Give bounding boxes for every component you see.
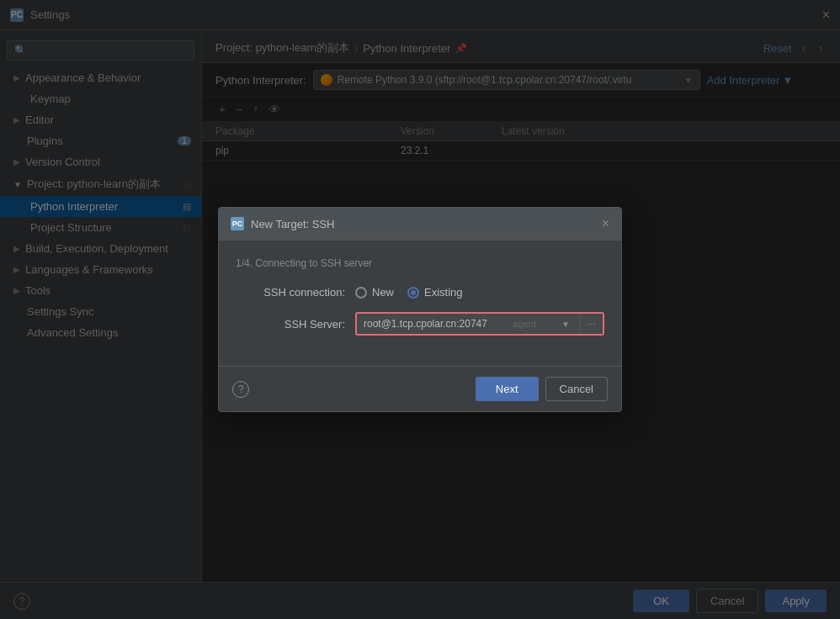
new-target-ssh-modal: PC New Target: SSH × 1/4. Connecting to … [218,207,622,412]
ssh-server-select[interactable]: root@1.tcp.cpolar.cn:20747 agent ▼ [357,314,580,334]
modal-cancel-button[interactable]: Cancel [545,377,608,401]
modal-body: 1/4. Connecting to SSH server SSH connec… [219,241,621,366]
modal-step-label: 1/4. Connecting to SSH server [236,257,604,269]
modal-help-button[interactable]: ? [232,381,249,398]
server-value: root@1.tcp.cpolar.cn:20747 [364,318,487,330]
radio-existing-option[interactable]: Existing [407,286,463,299]
ssh-server-label: SSH Server: [236,318,345,331]
modal-title: New Target: SSH [251,218,602,230]
radio-new-circle[interactable] [355,287,367,299]
radio-existing-label: Existing [424,286,463,299]
modal-overlay: PC New Target: SSH × 1/4. Connecting to … [0,0,840,619]
radio-new-option[interactable]: New [355,286,394,299]
radio-group: New Existing [355,286,463,299]
server-dropdown-arrow-icon: ▼ [561,320,570,329]
modal-footer-right: Next Cancel [476,377,608,401]
modal-footer: ? Next Cancel [219,366,621,411]
server-more-button[interactable]: ··· [580,314,603,334]
ssh-server-row: SSH Server: root@1.tcp.cpolar.cn:20747 a… [236,312,604,336]
ssh-connection-label: SSH connection: [236,286,345,299]
ssh-server-input-wrapper[interactable]: root@1.tcp.cpolar.cn:20747 agent ▼ ··· [355,312,604,336]
radio-new-label: New [372,286,394,299]
ssh-connection-row: SSH connection: New Existing [236,286,604,299]
radio-existing-circle[interactable] [407,287,419,299]
modal-icon: PC [231,217,244,230]
next-button[interactable]: Next [476,377,539,401]
modal-header: PC New Target: SSH × [219,208,621,241]
server-hint: agent [513,319,536,329]
modal-close-button[interactable]: × [602,216,609,231]
